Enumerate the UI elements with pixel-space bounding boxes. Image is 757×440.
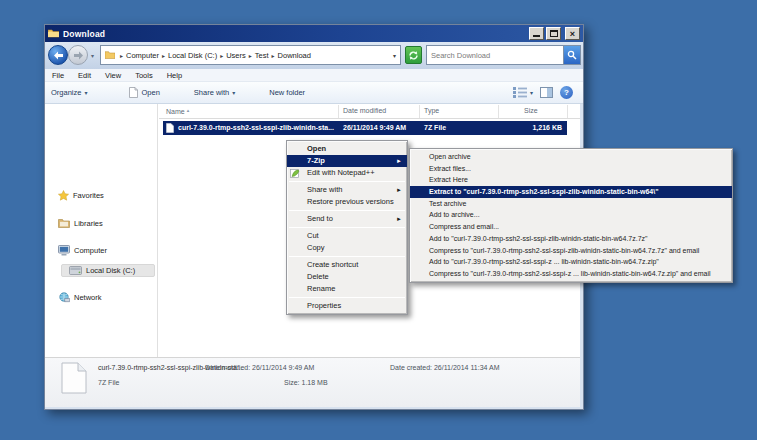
menu-tools[interactable]: Tools [135,71,153,80]
close-button[interactable]: × [565,27,580,40]
file-icon [129,87,138,98]
details-size: Size: 1.18 MB [284,379,328,386]
address-folder-icon [105,51,115,59]
sidebar-item-local-disk[interactable]: Local Disk (C:) [69,266,135,275]
menu-edit[interactable]: Edit [78,71,91,80]
desktop: Download × ▾ ▸ Computer ▸ [0,0,757,440]
dropdown-icon: ▾ [232,89,235,96]
menu-separator [289,256,405,257]
breadcrumb-separator-icon: ▸ [120,52,123,59]
submenu-item-extract-to[interactable]: Extract to "curl-7.39.0-rtmp-ssh2-ssl-ss… [410,186,732,198]
title-bar[interactable]: Download × [45,25,583,42]
recent-pages-dropdown-icon[interactable]: ▾ [91,52,94,59]
back-button[interactable] [48,45,68,65]
context-menu-item-properties[interactable]: Properties [287,300,407,312]
breadcrumb-local-disk[interactable]: Local Disk (C:) [168,51,217,60]
details-date-modified: Date modified: 26/11/2014 9:49 AM [205,364,314,371]
views-icon [513,87,527,98]
address-bar-row: ▾ ▸ Computer ▸ Local Disk (C:) ▸ Users ▸… [45,42,583,69]
context-menu-item-7zip[interactable]: 7-Zip ► [287,155,407,167]
organize-button[interactable]: Organize▾ [45,85,93,100]
search-box[interactable] [426,45,581,65]
column-header-date-modified[interactable]: Date modified [343,107,386,114]
file-type: 7Z File [424,124,446,131]
search-icon [567,50,577,60]
file-row-selected[interactable]: curl-7.39.0-rtmp-ssh2-ssl-sspi-zlib-wini… [163,121,567,135]
context-menu-item-restore-previous-versions[interactable]: Restore previous versions [287,196,407,208]
sidebar-item-libraries[interactable]: Libraries [58,218,103,228]
file-icon [166,123,174,133]
details-file-type: 7Z File [98,379,119,386]
breadcrumb-separator-icon: ▸ [249,52,252,59]
menu-file[interactable]: File [52,71,64,80]
help-icon[interactable]: ? [560,86,573,99]
breadcrumb-separator-icon: ▸ [162,52,165,59]
details-date-created: Date created: 26/11/2014 11:34 AM [390,364,499,371]
share-with-button[interactable]: Share with▾ [188,85,241,100]
submenu-arrow-icon: ► [396,213,402,225]
refresh-icon [408,50,419,61]
submenu-item-add-to-7z[interactable]: Add to "curl-7.39.0-rtmp-ssh2-ssl-sspi-z… [410,233,732,245]
breadcrumb-computer[interactable]: Computer [126,51,159,60]
context-menu-item-open[interactable]: Open [287,143,407,155]
dropdown-icon: ▾ [530,89,533,96]
column-header-size[interactable]: Size [524,107,538,114]
sort-ascending-icon: ▴ [187,107,190,113]
menu-separator [289,181,405,182]
maximize-button[interactable] [546,27,561,40]
sidebar-item-computer[interactable]: Computer [58,245,107,256]
star-icon [58,190,69,201]
submenu-item-compress-and-email[interactable]: Compress and email... [410,221,732,233]
context-menu-item-share-with[interactable]: Share with ► [287,184,407,196]
sidebar-item-network[interactable]: Network [58,292,102,303]
minimize-button[interactable] [529,27,544,40]
submenu-item-test-archive[interactable]: Test archive [410,198,732,210]
context-menu-item-cut[interactable]: Cut [287,230,407,242]
column-header-row: Name▴ Date modified Type Size [159,104,580,119]
file-name: curl-7.39.0-rtmp-ssh2-ssl-sspi-zlib-wini… [178,124,334,131]
forward-button[interactable] [68,45,88,65]
address-dropdown-icon[interactable]: ▾ [393,52,396,59]
column-header-name[interactable]: Name▴ [166,107,189,115]
context-menu-item-create-shortcut[interactable]: Create shortcut [287,259,407,271]
breadcrumb-separator-icon: ▸ [272,52,275,59]
submenu-item-add-to-archive[interactable]: Add to archive... [410,209,732,221]
command-toolbar: Organize▾ Open Share with▾ New folder [45,82,583,104]
address-breadcrumb-bar[interactable]: ▸ Computer ▸ Local Disk (C:) ▸ Users ▸ T… [100,45,401,65]
menu-help[interactable]: Help [167,71,182,80]
breadcrumb-users[interactable]: Users [226,51,246,60]
submenu-arrow-icon: ► [396,184,402,196]
submenu-item-open-archive[interactable]: Open archive [410,151,732,163]
7zip-submenu: Open archive Extract files... Extract He… [409,148,733,283]
open-button[interactable]: Open [123,84,165,101]
file-icon-large [61,362,87,394]
submenu-item-add-to-zip[interactable]: Add to "curl-7.39.0-rtmp-ssh2-ssl-sspi-z… [410,256,732,268]
breadcrumb-test[interactable]: Test [255,51,269,60]
context-menu-item-rename[interactable]: Rename [287,283,407,295]
column-header-type[interactable]: Type [424,107,439,114]
sidebar-item-favorites[interactable]: Favorites [58,190,104,201]
network-icon [58,292,70,303]
context-menu-item-delete[interactable]: Delete [287,271,407,283]
navigation-pane: Favorites Libraries Computer Local Disk … [45,104,158,357]
context-menu-item-copy[interactable]: Copy [287,242,407,254]
context-menu-item-edit-with-notepadpp[interactable]: Edit with Notepad++ [287,167,407,179]
breadcrumb-download[interactable]: Download [278,51,311,60]
computer-icon [58,245,70,256]
search-input[interactable] [427,51,563,60]
new-folder-button[interactable]: New folder [263,85,311,100]
menu-separator [289,227,405,228]
menu-separator [289,210,405,211]
submenu-item-compress-to-7z-and-email[interactable]: Compress to "curl-7.39.0-rtmp-ssh2-ssl-s… [410,245,732,257]
refresh-button[interactable] [405,46,422,64]
search-button[interactable] [563,46,580,64]
submenu-item-extract-here[interactable]: Extract Here [410,174,732,186]
details-pane: curl-7.39.0-rtmp-ssh2-ssl-sspi-zlib-wini… [45,357,580,407]
menu-view[interactable]: View [105,71,121,80]
submenu-item-compress-to-zip-and-email[interactable]: Compress to "curl-7.39.0-rtmp-ssh2-ssl-s… [410,268,732,280]
preview-pane-icon[interactable] [540,87,553,98]
window-title: Download [63,29,105,39]
submenu-item-extract-files[interactable]: Extract files... [410,163,732,175]
views-button[interactable]: ▾ [513,87,533,98]
context-menu-item-send-to[interactable]: Send to ► [287,213,407,225]
